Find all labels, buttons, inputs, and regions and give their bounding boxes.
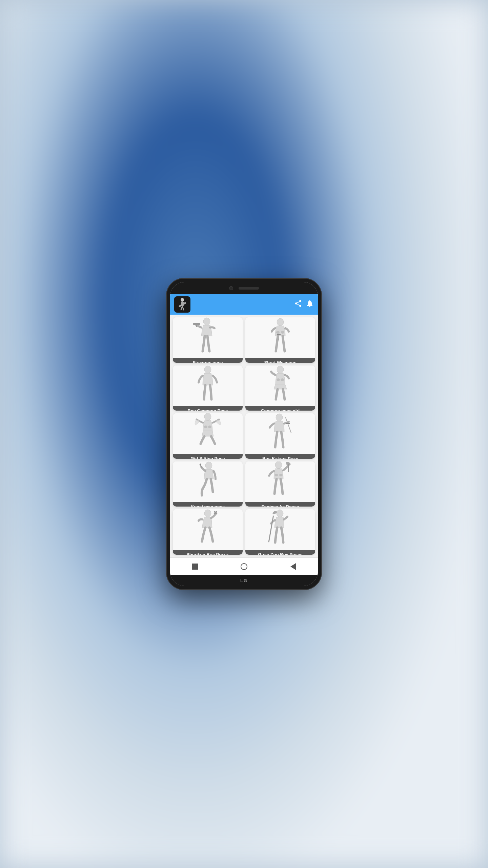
svg-point-0: [181, 298, 184, 301]
svg-point-25: [276, 414, 283, 421]
phone-screen: Firearms pose: [170, 282, 318, 586]
nav-home-button[interactable]: [238, 560, 250, 573]
pose-label-common-girl: Common pose girl: [245, 406, 315, 411]
pose-card-short-weapons[interactable]: Short Weapons: [245, 317, 315, 363]
pose-image-guan-dao-boy: [245, 509, 315, 550]
svg-line-4: [182, 306, 184, 310]
earpiece-speaker: [239, 287, 259, 290]
pose-label-kunai-man: Kunai man pose: [173, 502, 243, 507]
pose-label-firearms: Firearms pose: [173, 358, 243, 363]
home-circle-icon: [241, 563, 247, 570]
figure-boy-common: [192, 366, 223, 406]
svg-point-20: [277, 378, 280, 381]
figure-shuriken-boy: [192, 509, 223, 550]
figure-boy-katana: [265, 413, 296, 454]
figure-fantasy-ax: [265, 461, 296, 502]
svg-point-24: [208, 426, 211, 428]
pose-image-boy-common: [173, 366, 243, 406]
pose-image-short-weapons: [245, 317, 315, 358]
phone-device: Firearms pose: [166, 278, 322, 590]
svg-rect-26: [285, 417, 292, 434]
pose-label-boy-katana: Boy Katana Pose: [245, 454, 315, 459]
svg-point-30: [275, 461, 282, 469]
svg-point-13: [277, 318, 284, 326]
svg-point-17: [277, 334, 281, 335]
pose-image-fantasy-ax: [245, 461, 315, 502]
svg-rect-12: [196, 325, 197, 327]
svg-rect-11: [193, 323, 200, 325]
svg-point-7: [299, 305, 301, 307]
pose-image-shuriken-boy: [173, 509, 243, 550]
bell-icon[interactable]: [306, 299, 314, 310]
bottom-navigation: [170, 557, 318, 575]
svg-point-37: [277, 510, 283, 517]
svg-point-15: [281, 331, 284, 334]
pose-card-guan-dao-boy[interactable]: Guan Dao Boy Poses: [245, 509, 315, 555]
svg-point-22: [204, 413, 211, 420]
pose-image-firearms: [173, 317, 243, 358]
figure-short-weapons: [265, 317, 296, 358]
pose-label-guan-dao-boy: Guan Dao Boy Poses: [245, 550, 315, 555]
pose-card-firearms[interactable]: Firearms pose: [173, 317, 243, 363]
pose-label-shuriken-boy: Shuriken Boy Poses: [173, 550, 243, 555]
pose-card-kunai-man[interactable]: Kunai man pose: [173, 461, 243, 507]
svg-point-31: [274, 474, 278, 476]
pose-card-fantasy-ax[interactable]: Fantasy Ax Poses: [245, 461, 315, 507]
app-content: Firearms pose: [170, 294, 318, 575]
pose-label-short-weapons: Short Weapons: [245, 358, 315, 363]
pose-image-boy-katana: [245, 413, 315, 454]
svg-rect-27: [286, 423, 290, 424]
svg-line-8: [297, 304, 300, 305]
share-icon[interactable]: [294, 299, 302, 310]
pose-label-fantasy-ax: Fantasy Ax Poses: [245, 502, 315, 507]
figure-kunai-man: [192, 461, 223, 502]
svg-point-19: [277, 366, 284, 373]
front-camera: [229, 286, 233, 290]
figure-firearms: [192, 317, 223, 358]
brand-label: LG: [240, 578, 248, 583]
pose-image-kunai-man: [173, 461, 243, 502]
svg-point-21: [281, 378, 284, 381]
logo-icon: [175, 297, 190, 312]
pose-label-girl-sitting: Girl Sitting Pose: [173, 454, 243, 459]
nav-recent-apps-button[interactable]: [189, 560, 201, 573]
svg-point-23: [204, 426, 207, 428]
back-triangle-icon: [290, 563, 296, 570]
svg-point-10: [203, 318, 210, 325]
pose-card-girl-sitting[interactable]: Girl Sitting Pose: [173, 413, 243, 459]
pose-label-boy-common: Boy Common Pose: [173, 406, 243, 411]
svg-point-34: [204, 510, 211, 517]
svg-point-28: [205, 462, 212, 469]
phone-bottom-hardware: LG: [170, 575, 318, 586]
nav-back-button[interactable]: [287, 560, 299, 573]
figure-guan-dao-boy: [265, 509, 296, 550]
svg-point-5: [299, 300, 301, 302]
svg-point-18: [204, 366, 211, 373]
phone-top-hardware: [170, 282, 318, 294]
pose-card-boy-common[interactable]: Boy Common Pose: [173, 366, 243, 411]
pose-card-boy-katana[interactable]: Boy Katana Pose: [245, 413, 315, 459]
svg-rect-38: [268, 516, 274, 542]
svg-rect-33: [288, 464, 289, 472]
pose-image-common-girl: [245, 366, 315, 406]
phone-wrapper: Firearms pose: [166, 278, 322, 590]
app-header: [170, 294, 318, 315]
pose-image-girl-sitting: [173, 413, 243, 454]
pose-card-common-girl[interactable]: Common pose girl: [245, 366, 315, 411]
svg-point-6: [295, 302, 297, 304]
svg-point-32: [279, 474, 283, 476]
header-icons-group: [294, 299, 314, 310]
svg-line-9: [297, 302, 300, 303]
app-logo[interactable]: [174, 296, 190, 313]
svg-point-14: [276, 331, 280, 334]
square-icon: [192, 564, 198, 570]
pose-card-shuriken-boy[interactable]: Shuriken Boy Poses: [173, 509, 243, 555]
figure-common-girl: [265, 366, 296, 406]
figure-girl-sitting: [192, 413, 223, 454]
poses-grid: Firearms pose: [170, 315, 318, 557]
